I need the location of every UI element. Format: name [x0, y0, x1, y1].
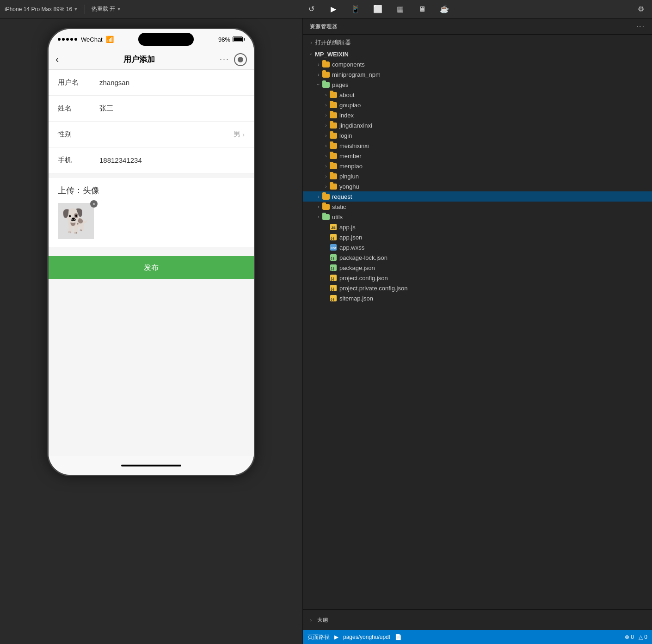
miniprogram-npm-label: miniprogram_npm [332, 71, 381, 78]
hot-reload[interactable]: 热重载 开 ▼ [92, 5, 121, 13]
sitemap-label: sitemap.json [339, 295, 373, 302]
goupiao-folder-icon [330, 102, 337, 108]
tree-item-request[interactable]: › request [303, 191, 652, 202]
preview-icon[interactable]: ⬜ [371, 3, 384, 16]
tree-item-pages[interactable]: › pages [303, 80, 652, 90]
toolbar-right: ⚙ [634, 3, 647, 16]
back-button[interactable]: ‹ [55, 54, 59, 66]
compile-icon[interactable]: ▶ [327, 3, 340, 16]
tree-item-components[interactable]: › components [303, 59, 652, 69]
page-title: 用户添加 [123, 54, 155, 65]
components-chevron: › [315, 61, 322, 68]
nav-bar: ‹ 用户添加 ··· [49, 49, 254, 70]
tree-item-utils[interactable]: › utils [303, 212, 652, 222]
publish-button[interactable]: 发布 [49, 256, 254, 279]
index-label: index [339, 112, 354, 119]
svg-text:{.}: {.} [331, 267, 334, 270]
tree-item-static[interactable]: › static [303, 202, 652, 212]
home-indicator [49, 456, 254, 475]
tree-item-project-config-json[interactable]: {.} project.config.json [303, 273, 652, 283]
components-label: components [332, 61, 365, 68]
tree-item-pinglun[interactable]: › pinglun [303, 171, 652, 181]
file-panel-header: 资源管理器 ··· [303, 18, 652, 35]
device-icon[interactable]: 📱 [349, 3, 362, 16]
tree-item-index[interactable]: › index [303, 110, 652, 120]
svg-text:{.}: {.} [331, 277, 334, 281]
about-folder-icon [330, 92, 337, 98]
iphone-frame: WeChat 📶 98% ‹ 用户添加 [47, 28, 255, 476]
app-json-label: app.json [339, 234, 362, 241]
goupiao-chevron: › [322, 101, 330, 109]
username-value[interactable]: zhangsan [86, 79, 245, 86]
tree-item-menpiao[interactable]: › menpiao [303, 161, 652, 171]
gender-field[interactable]: 性别 男 › [49, 122, 254, 147]
status-bar: WeChat 📶 98% [49, 29, 254, 49]
jingdianxinxi-label: jingdianxinxi [339, 122, 372, 129]
file-panel: 资源管理器 ··· › 打开的编辑器 › MP_WEIXIN [303, 18, 652, 630]
tree-item-login[interactable]: › login [303, 130, 652, 141]
app-wxss-icon: CSS [330, 244, 337, 251]
gender-label: 性别 [58, 130, 86, 139]
tree-item-member[interactable]: › member [303, 151, 652, 161]
pinglun-label: pinglun [339, 173, 359, 180]
cloud-icon[interactable]: ☕ [438, 3, 451, 16]
tree-item-app-json[interactable]: {.} app.json [303, 232, 652, 242]
bottom-bar: 页面路径 ▶ pages/yonghu/updt 📄 ⊗ 0 △ 0 [303, 630, 652, 644]
toolbar-left: iPhone 14 Pro Max 89% 16 ▼ 热重载 开 ▼ [5, 5, 121, 14]
upload-image-wrapper[interactable]: × [58, 203, 95, 240]
capture-dot [238, 57, 243, 62]
tree-item-project-private-config[interactable]: {.} project.private.config.json [303, 283, 652, 293]
error-count: ⊗ 0 [625, 634, 634, 640]
name-label: 姓名 [58, 104, 86, 113]
svg-text:{.}: {.} [331, 287, 334, 291]
tree-item-package-json[interactable]: {.} package.json [303, 263, 652, 273]
bottom-right: ⊗ 0 △ 0 [625, 634, 647, 640]
member-chevron: › [322, 152, 330, 159]
battery-percent: 98% [218, 36, 230, 43]
tree-item-yonghu[interactable]: › yonghu [303, 181, 652, 191]
monitor-icon[interactable]: 🖥 [416, 3, 429, 16]
file-tree: › 打开的编辑器 › MP_WEIXIN › components [303, 35, 652, 609]
layout-icon[interactable]: ▦ [394, 3, 406, 16]
name-field: 姓名 张三 [49, 96, 254, 122]
settings-icon[interactable]: ⚙ [634, 3, 647, 16]
outline-section: › 大纲 [303, 609, 652, 630]
tree-item-jingdianxinxi[interactable]: › jingdianxinxi [303, 120, 652, 130]
tree-item-meishixinxi[interactable]: › meishixinxi [303, 141, 652, 151]
index-chevron: › [322, 111, 330, 119]
tree-item-app-js[interactable]: JS app.js [303, 222, 652, 232]
delete-image-button[interactable]: × [90, 200, 98, 208]
hot-reload-chevron: ▼ [117, 6, 121, 12]
chevron-right-icon: › [242, 130, 245, 138]
login-folder-icon [330, 133, 337, 139]
status-left: WeChat 📶 [58, 36, 114, 43]
tree-item-package-lock-json[interactable]: {.} package-lock.json [303, 252, 652, 263]
page-path-separator: ▶ [334, 634, 338, 640]
outline-header[interactable]: › 大纲 [308, 616, 328, 624]
pinglun-chevron: › [322, 172, 330, 180]
capture-button[interactable] [234, 53, 247, 66]
request-folder-icon [322, 194, 330, 200]
app-js-icon: JS [330, 223, 337, 231]
username-field: 用户名 zhangsan [49, 70, 254, 96]
device-selector[interactable]: iPhone 14 Pro Max 89% 16 ▼ [5, 6, 78, 12]
more-button[interactable]: ··· [220, 55, 229, 64]
tree-item-sitemap-json[interactable]: {.} sitemap.json [303, 293, 652, 303]
sitemap-icon: {.} [330, 294, 337, 302]
yonghu-chevron: › [322, 183, 330, 190]
tree-item-app-wxss[interactable]: CSS app.wxss [303, 242, 652, 252]
request-chevron: › [315, 193, 322, 200]
explorer-more-button[interactable]: ··· [636, 22, 645, 31]
tree-item-about[interactable]: › about [303, 90, 652, 100]
package-json-label: package.json [339, 264, 375, 271]
tree-item-miniprogram-npm[interactable]: › miniprogram_npm [303, 69, 652, 80]
package-json-icon: {.} [330, 264, 337, 271]
open-editors-header[interactable]: › 打开的编辑器 [303, 37, 652, 48]
root-folder-header[interactable]: › MP_WEIXIN [303, 49, 652, 59]
phone-panel: WeChat 📶 98% ‹ 用户添加 [0, 18, 303, 644]
phone-value[interactable]: 18812341234 [86, 156, 245, 164]
miniprogram-npm-folder-icon [322, 72, 330, 78]
tree-item-goupiao[interactable]: › goupiao [303, 100, 652, 110]
refresh-icon[interactable]: ↺ [305, 3, 318, 16]
name-value[interactable]: 张三 [86, 104, 245, 113]
